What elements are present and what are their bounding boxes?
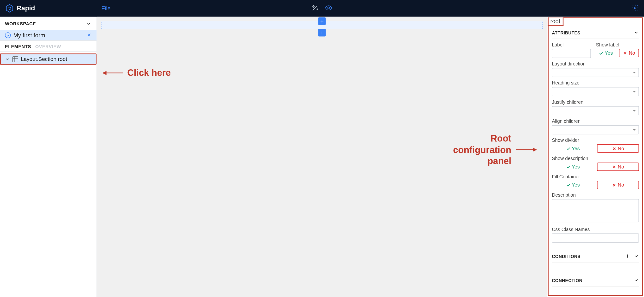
section-attributes-header[interactable]: ATTRIBUTES — [552, 26, 639, 39]
section-conditions-header[interactable]: CONDITIONS — [552, 249, 639, 262]
show-label-yes[interactable]: Yes — [596, 49, 616, 57]
align-children-select[interactable] — [552, 125, 639, 134]
chevron-down-icon — [634, 277, 639, 283]
tab-elements[interactable]: ELEMENTS — [5, 44, 31, 49]
workspace-header[interactable]: WORKSPACE — [0, 17, 96, 30]
justify-children-label: Justify children — [552, 100, 639, 105]
css-class-label: Css Class Names — [552, 227, 639, 232]
show-label-label: Show label — [596, 42, 639, 47]
label-input[interactable] — [552, 49, 591, 58]
show-description-yes[interactable]: Yes — [552, 162, 594, 171]
chevron-down-icon — [86, 21, 92, 27]
section-attributes-label: ATTRIBUTES — [552, 30, 580, 35]
fill-container-label: Fill Container — [552, 174, 639, 179]
menu-file[interactable]: File — [101, 5, 110, 12]
top-bar: Rapid File — [0, 0, 644, 17]
tab-overview[interactable]: OVERVIEW — [35, 44, 61, 49]
magic-wand-icon[interactable] — [312, 4, 319, 13]
canvas: + + — [97, 17, 547, 297]
left-tabs: ELEMENTS OVERVIEW — [0, 41, 96, 52]
chevron-down-icon — [634, 253, 639, 259]
add-section-button-top[interactable]: + — [318, 17, 326, 25]
chevron-down-icon — [5, 57, 10, 62]
show-divider-yes[interactable]: Yes — [552, 144, 594, 153]
show-divider-label: Show divider — [552, 138, 639, 143]
brand-name: Rapid — [16, 5, 35, 12]
plus-icon[interactable] — [625, 253, 630, 259]
section-icon — [12, 56, 18, 62]
show-description-no[interactable]: No — [597, 162, 639, 171]
check-circle-icon — [5, 32, 11, 38]
config-panel-title: root — [548, 17, 564, 26]
show-description-label: Show description — [552, 156, 639, 161]
tree-root-highlight: Layout.Section root — [0, 54, 96, 65]
app-logo: Rapid — [5, 4, 35, 13]
hexagon-logo-icon — [5, 4, 14, 13]
show-label-no[interactable]: No — [619, 49, 639, 57]
svg-point-1 — [634, 7, 636, 9]
heading-size-label: Heading size — [552, 80, 639, 85]
section-connection-label: CONNECTION — [552, 278, 582, 283]
align-children-label: Align children — [552, 119, 639, 124]
section-conditions-label: CONDITIONS — [552, 254, 580, 259]
fill-container-no[interactable]: No — [597, 181, 639, 189]
canvas-drop-zone[interactable]: + + — [101, 21, 543, 29]
workspace-item-label: My first form — [13, 32, 45, 39]
layout-direction-label: Layout direction — [552, 61, 639, 66]
workspace-item[interactable]: My first form — [0, 30, 96, 41]
description-label: Description — [552, 192, 639, 197]
label-label: Label — [552, 42, 591, 47]
heading-size-select[interactable] — [552, 87, 639, 96]
tree-root-label: Layout.Section root — [21, 56, 67, 62]
close-icon[interactable] — [86, 32, 92, 39]
justify-children-select[interactable] — [552, 106, 639, 115]
description-textarea[interactable] — [552, 199, 639, 222]
layout-direction-select[interactable] — [552, 68, 639, 77]
section-connection-header[interactable]: CONNECTION — [552, 273, 639, 286]
show-divider-no[interactable]: No — [597, 144, 639, 153]
css-class-input[interactable] — [552, 233, 639, 243]
add-section-button-bottom[interactable]: + — [318, 29, 326, 37]
svg-point-0 — [328, 7, 330, 9]
config-panel: root ATTRIBUTES Label Show label Yes No — [547, 17, 644, 297]
sidebar-left: WORKSPACE My first form ELEMENTS OVERVIE… — [0, 17, 97, 297]
fill-container-yes[interactable]: Yes — [552, 181, 594, 189]
chevron-down-icon — [634, 30, 639, 35]
workspace-header-label: WORKSPACE — [5, 21, 36, 26]
preview-eye-icon[interactable] — [325, 4, 332, 13]
tree-root-item[interactable]: Layout.Section root — [1, 54, 96, 64]
settings-gear-icon[interactable] — [632, 4, 639, 13]
